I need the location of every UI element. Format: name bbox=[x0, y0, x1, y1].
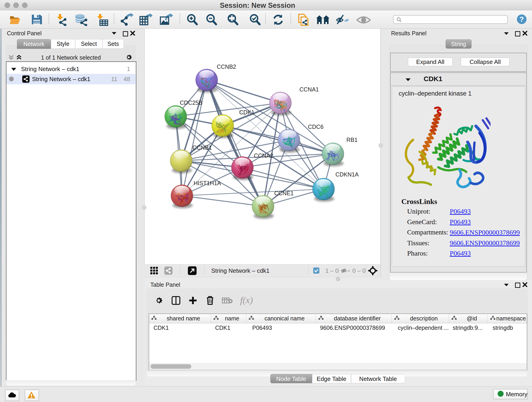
svg-text:RB1: RB1 bbox=[346, 137, 358, 143]
svg-text:CDC6: CDC6 bbox=[308, 123, 323, 130]
svg-text:CCNA2: CCNA2 bbox=[254, 153, 273, 159]
svg-text:CDC25B: CDC25B bbox=[180, 99, 203, 106]
svg-text:CDKN1A: CDKN1A bbox=[336, 171, 359, 178]
svg-text:CDK1: CDK1 bbox=[239, 109, 254, 115]
svg-text:HIST1H1A: HIST1H1A bbox=[194, 180, 221, 186]
svg-text:CCNB2: CCNB2 bbox=[217, 64, 236, 70]
svg-text:CCNE1: CCNE1 bbox=[274, 190, 294, 196]
svg-text:CCNA1: CCNA1 bbox=[299, 86, 319, 93]
svg-text:CCNB1: CCNB1 bbox=[192, 144, 212, 151]
